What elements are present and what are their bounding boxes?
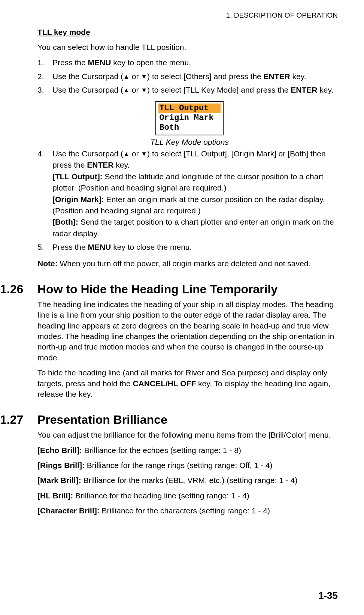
step-text: key. [318, 86, 334, 94]
section-title: How to Hide the Heading Line Temporarily [37, 282, 277, 296]
step-number: 1. [37, 57, 44, 68]
up-triangle-icon: ▲ [123, 150, 130, 159]
step-number: 2. [37, 71, 44, 82]
figure-option-selected: TLL Output [158, 104, 220, 113]
item-text: Brilliance for the heading line (setting… [73, 491, 249, 500]
item-text: Brilliance for the echoes (setting range… [82, 446, 241, 454]
item-text: Brilliance for the range rings (setting … [85, 461, 273, 470]
step-4: 4. Use the Cursorpad (▲ or ▼) to select … [37, 148, 342, 240]
brill-item: [Echo Brill]: Brilliance for the echoes … [37, 445, 342, 456]
step-3: 3. Use the Cursorpad (▲ or ▼) to select … [37, 84, 342, 96]
option-text: Send the target position to a chart plot… [52, 218, 334, 237]
up-triangle-icon: ▲ [123, 72, 130, 82]
key-enter: ENTER [291, 86, 317, 94]
section-number: 1.27 [0, 413, 37, 427]
page-number: 1-35 [318, 590, 338, 602]
step-number: 3. [37, 84, 44, 96]
item-label: [Mark Brill]: [37, 476, 81, 484]
item-label: [Echo Brill]: [37, 446, 82, 454]
key-enter: ENTER [87, 160, 113, 169]
tll-heading: TLL key mode [37, 28, 342, 37]
step-text: key to close the menu. [111, 243, 192, 251]
step-1: 1. Press the MENU key to open the menu. [37, 57, 342, 68]
up-triangle-icon: ▲ [123, 86, 130, 95]
step-number: 5. [37, 242, 44, 253]
step-number: 4. [37, 148, 44, 159]
step-text: or [130, 86, 141, 94]
step-2: 2. Use the Cursorpad (▲ or ▼) to select … [37, 71, 342, 82]
item-label: [HL Brill]: [37, 491, 73, 500]
section-paragraph: To hide the heading line (and all marks … [37, 368, 342, 399]
item-label: [Character Brill]: [37, 506, 100, 515]
figure-option: Origin Mark [158, 113, 220, 123]
section-paragraph: The heading line indicates the heading o… [37, 299, 342, 363]
brill-item: [Rings Brill]: Brilliance for the range … [37, 460, 342, 471]
step-text: or [130, 149, 141, 158]
step-text: key to open the menu. [111, 58, 191, 67]
step-text: Use the Cursorpad ( [52, 149, 123, 158]
down-triangle-icon: ▼ [141, 86, 147, 95]
note: Note: When you turn off the power, all o… [37, 258, 342, 269]
down-triangle-icon: ▼ [141, 150, 147, 159]
figure-tll-options: TLL Output Origin Mark Both [37, 101, 342, 135]
step-text: Press the [52, 243, 88, 251]
down-triangle-icon: ▼ [141, 72, 147, 82]
note-text: When you turn off the power, all origin … [58, 259, 311, 268]
step-text: key. [113, 160, 130, 169]
step-text: key. [290, 72, 306, 81]
brill-item: [Mark Brill]: Brilliance for the marks (… [37, 475, 342, 486]
item-label: [Rings Brill]: [37, 461, 85, 470]
section-title: Presentation Brilliance [37, 413, 167, 427]
figure-option: Both [158, 123, 220, 133]
page-header: 1. DESCRIPTION OF OPERATION [37, 11, 338, 20]
step-5: 5. Press the MENU key to close the menu. [37, 242, 342, 253]
figure-caption: TLL Key Mode options [37, 138, 342, 147]
step-text: ) to select [Others] and press the [147, 72, 263, 81]
option-label: [Both]: [52, 218, 78, 226]
step-text: Press the [52, 58, 88, 67]
section-intro: You can adjust the brilliance for the fo… [37, 430, 342, 440]
option-label: [Origin Mark]: [52, 195, 104, 204]
key-menu: MENU [88, 243, 111, 251]
key-cancel-hl-off: CANCEL/HL OFF [133, 379, 196, 388]
key-enter: ENTER [264, 72, 290, 81]
item-text: Brilliance for the characters (setting r… [100, 506, 270, 515]
brill-item: [Character Brill]: Brilliance for the ch… [37, 506, 342, 516]
step-text: Use the Cursorpad ( [52, 72, 123, 81]
item-text: Brilliance for the marks (EBL, VRM, etc.… [81, 476, 298, 484]
key-menu: MENU [88, 58, 111, 67]
option-label: [TLL Output]: [52, 172, 103, 181]
tll-intro: You can select how to handle TLL positio… [37, 42, 342, 52]
note-label: Note: [37, 259, 58, 268]
brill-item: [HL Brill]: Brilliance for the heading l… [37, 490, 342, 501]
step-text: or [130, 72, 141, 81]
step-text: Use the Cursorpad ( [52, 86, 123, 94]
section-number: 1.26 [0, 282, 37, 296]
step-text: ) to select [TLL Key Mode] and press the [147, 86, 291, 94]
